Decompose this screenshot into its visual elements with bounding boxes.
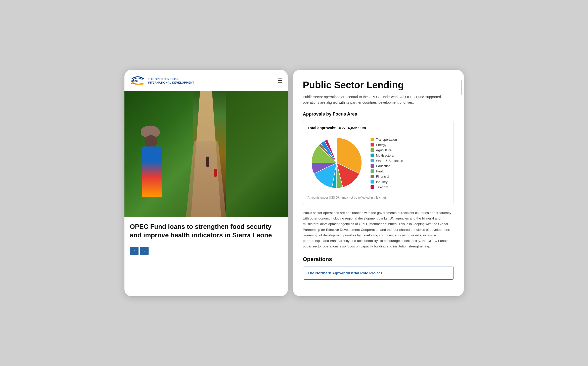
operation-card: The Northern Agro-Industrial Pole Projec… [303,267,454,280]
legend-color-swatch [371,180,374,184]
legend-item: Industry [371,180,403,184]
figure-body [142,147,162,197]
legend-item: Telecom [371,185,403,189]
figure-head [145,135,157,148]
page-description: Public sector operations are central to … [303,94,454,105]
legend-label: Health [376,169,386,173]
logo-area: OPEC FUND THE OPEC FUND FOR INTERNATIONA… [130,74,194,87]
page-title: Public Sector Lending [303,80,454,91]
svg-text:FUND: FUND [131,83,135,84]
legend-item: Education [371,164,403,168]
left-panel: OPEC FUND THE OPEC FUND FOR INTERNATIONA… [124,70,288,296]
svg-text:OPEC: OPEC [131,80,138,82]
chart-legend: TransportationEnergyAgricultureMultisect… [371,138,403,189]
legend-item: Financial [371,175,403,178]
hero-caption: OPEC Fund loans to strengthen food secur… [124,217,288,247]
legend-color-swatch [371,175,374,178]
legend-label: Education [376,164,391,168]
approvals-heading: Approvals by Focus Area [303,112,454,117]
legend-label: Water & Sanitation [376,159,403,163]
scroll-indicator [461,80,462,95]
legend-item: Health [371,169,403,173]
legend-color-swatch [371,185,374,189]
header: OPEC FUND THE OPEC FUND FOR INTERNATIONA… [124,70,288,91]
chart-total-label: Total approvals: US$ 16,835.90m [308,126,449,130]
prev-button[interactable]: ‹ [130,247,139,255]
legend-item: Agriculture [371,148,403,152]
legend-label: Energy [376,143,386,147]
logo-text: THE OPEC FUND FOR INTERNATIONAL DEVELOPM… [148,77,194,85]
nav-arrows: ‹ › [124,247,288,261]
legend-color-swatch [371,138,374,141]
legend-color-swatch [371,143,374,147]
hero-figure [137,131,167,197]
legend-label: Agriculture [376,148,392,152]
operations-heading: Operations [303,256,454,263]
legend-label: Multisectoral [376,154,394,157]
next-button[interactable]: › [140,247,149,255]
chart-footnote: Amounts under US$.09m may not be reflect… [308,196,449,199]
legend-item: Energy [371,143,403,147]
pie-chart [308,134,366,193]
legend-label: Industry [376,180,388,184]
legend-color-swatch [371,169,374,173]
legend-label: Financial [376,175,389,178]
legend-color-swatch [371,164,374,168]
chart-body: TransportationEnergyAgricultureMultisect… [308,134,449,193]
legend-item: Multisectoral [371,154,403,157]
operation-link[interactable]: The Northern Agro-Industrial Pole Projec… [308,271,382,275]
hero-vegetation-right [226,91,288,217]
legend-color-swatch [371,154,374,157]
body-text: Public sector operations are co-financed… [303,210,454,249]
legend-color-swatch [371,159,374,162]
hamburger-menu[interactable]: ☰ [277,78,282,84]
hero-title: OPEC Fund loans to strengthen food secur… [130,223,282,240]
legend-color-swatch [371,148,374,152]
chart-container: Total approvals: US$ 16,835.90m Transpor… [303,121,454,204]
background-figure-2 [214,169,217,177]
hero-image [124,91,288,217]
opec-fund-logo: OPEC FUND [130,74,146,87]
legend-item: Water & Sanitation [371,159,403,163]
legend-label: Transportation [376,138,397,141]
legend-label: Telecom [376,185,388,189]
background-figure-1 [206,157,209,167]
legend-item: Transportation [371,138,403,141]
right-panel: Public Sector Lending Public sector oper… [293,70,464,296]
